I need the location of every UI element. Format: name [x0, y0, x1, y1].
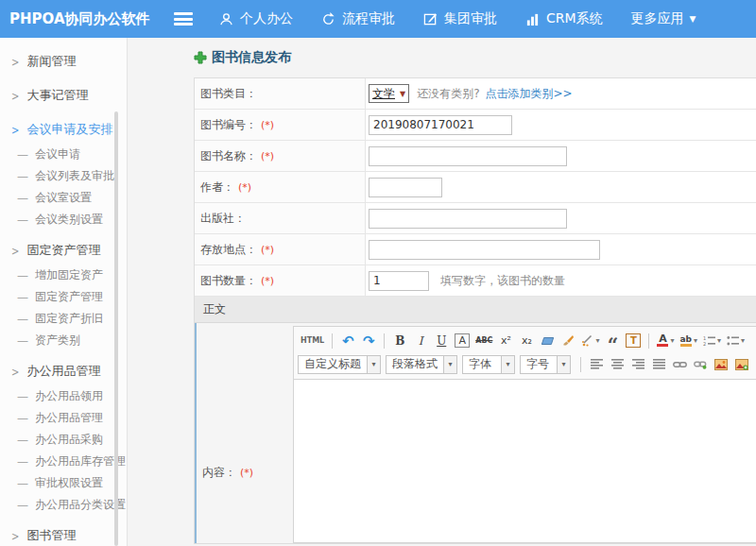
paste-text-button[interactable]: T	[626, 333, 641, 348]
paragraph-format-dropdown[interactable]: 段落格式▾	[386, 355, 457, 374]
caret-down-icon: ▾	[741, 336, 745, 345]
sidebar-item-meeting-apply[interactable]: —会议申请	[0, 144, 127, 165]
caret-down-icon: ▾	[367, 356, 380, 373]
source-code-button[interactable]: HTML	[301, 333, 324, 350]
sidebar-item-asset-category[interactable]: —资产类别	[0, 330, 127, 351]
ordered-list-button[interactable]: 12 ▾	[703, 333, 721, 350]
nav-label: 集团审批	[444, 10, 497, 27]
category-select[interactable]: 文学 ▼	[369, 84, 409, 103]
sidebar-item-supplies-inventory[interactable]: —办公用品库存管理	[0, 451, 127, 472]
editor-content-area[interactable]	[294, 380, 756, 542]
nav-crm-system[interactable]: CRM系统	[525, 10, 603, 27]
nav-workflow-approval[interactable]: 流程审批	[321, 10, 395, 27]
add-category-link[interactable]: 点击添加类别>>	[486, 86, 573, 102]
sidebar-item-add-asset[interactable]: —增加固定资产	[0, 264, 127, 286]
underline-button[interactable]: U	[434, 333, 449, 350]
sidebar-item-supplies-purchase[interactable]: —办公用品采购	[0, 429, 127, 451]
nav-more-apps[interactable]: 更多应用 ▼	[631, 10, 696, 27]
main-content: 图书信息发布 图书类目： 文学 ▼ 还没有类别? 点击添加类别>> 图书编号：(…	[128, 38, 756, 546]
publisher-input[interactable]	[369, 209, 567, 229]
sidebar-group-office-supplies[interactable]: >办公用品管理	[0, 357, 127, 385]
format-brush-icon[interactable]	[560, 333, 576, 350]
field-label: 存放地点：(*)	[195, 234, 365, 264]
sidebar-group-meetings[interactable]: >会议申请及安排	[0, 115, 127, 144]
sidebar-group-news[interactable]: >新闻管理	[0, 47, 127, 76]
caret-down-icon: ▾	[717, 336, 721, 345]
sidebar-group-events[interactable]: >大事记管理	[0, 81, 127, 110]
sidebar-item-supplies-claim[interactable]: —办公用品领用	[0, 385, 127, 407]
autotypeset-button[interactable]: A	[455, 333, 470, 348]
form-row-quantity: 图书数量：(*) 填写数字，该图书的数量	[195, 265, 756, 297]
bold-button[interactable]: B	[392, 333, 407, 350]
required-mark: (*)	[261, 244, 274, 256]
book-name-input[interactable]	[369, 146, 567, 166]
image-icon[interactable]	[713, 356, 729, 373]
caret-down-icon: ▾	[595, 336, 599, 345]
insert-image-icon[interactable]	[734, 356, 749, 373]
redo-icon[interactable]: ↷	[361, 333, 376, 350]
custom-title-dropdown[interactable]: 自定义标题▾	[298, 355, 381, 374]
align-justify-icon[interactable]	[651, 356, 666, 373]
cycle-icon	[321, 12, 335, 26]
sidebar-item-meeting-category[interactable]: —会议类别设置	[0, 209, 127, 230]
top-header: PHPOA协同办公软件 个人办公 流程审批 集团审批 CRM系统 更多应用 ▼	[0, 0, 756, 38]
field-label: 图书类目：	[195, 78, 365, 109]
caret-down-icon: ▼	[690, 14, 696, 24]
align-left-icon[interactable]	[589, 356, 604, 373]
sidebar-item-approval-permission[interactable]: —审批权限设置	[0, 472, 127, 494]
quantity-input[interactable]	[369, 271, 429, 291]
caret-down-icon: ▾	[694, 336, 697, 345]
chevron-right-icon: >	[11, 365, 19, 378]
font-size-dropdown[interactable]: 字号▾	[520, 355, 571, 374]
sidebar-group-books[interactable]: >图书管理	[0, 521, 127, 546]
nav-label: 个人办公	[240, 10, 293, 27]
blockquote-button[interactable]: “	[605, 333, 620, 350]
menu-toggle-icon[interactable]	[174, 12, 193, 26]
dash-icon: —	[17, 455, 28, 469]
superscript-button[interactable]: x²	[498, 333, 513, 350]
dash-icon: —	[17, 334, 28, 348]
sidebar-item-meeting-room[interactable]: —会议室设置	[0, 187, 127, 209]
dash-icon: —	[17, 213, 28, 227]
sidebar-item-asset-depreciation[interactable]: —固定资产折旧	[0, 308, 127, 330]
caret-down-icon: ▾	[670, 336, 674, 345]
undo-icon[interactable]: ↶	[340, 333, 355, 350]
align-center-icon[interactable]	[610, 356, 625, 373]
sidebar-group-fixed-assets[interactable]: >固定资产管理	[0, 236, 127, 264]
chevron-right-icon: >	[11, 529, 19, 542]
italic-button[interactable]: I	[413, 333, 428, 350]
link-icon[interactable]	[672, 356, 687, 373]
toolbar-row-2: 自定义标题▾ 段落格式▾ 字体▾ 字号▾	[298, 352, 752, 376]
unordered-list-button[interactable]: ▾	[727, 333, 745, 350]
toolbar-row-1: HTML ↶ ↷ B I U A ABC x² x₂	[298, 329, 752, 352]
sidebar-item-asset-manage[interactable]: —固定资产管理	[0, 286, 127, 308]
font-family-dropdown[interactable]: 字体▾	[462, 355, 515, 374]
location-input[interactable]	[369, 240, 600, 260]
highlight-color-button[interactable]: ab ▾	[679, 333, 697, 350]
nav-personal-office[interactable]: 个人办公	[219, 10, 293, 27]
strikethrough-button[interactable]: ABC	[475, 333, 492, 350]
required-mark: (*)	[240, 467, 253, 479]
spray-format-icon[interactable]: ▾	[581, 333, 599, 350]
align-right-icon[interactable]	[630, 356, 645, 373]
sidebar: >新闻管理 >大事记管理 >会议申请及安排 —会议申请 —会议列表及审批 —会议…	[0, 38, 128, 546]
sidebar-item-supplies-classification[interactable]: —办公用品分类设置	[0, 494, 127, 516]
font-color-button[interactable]: A ▾	[657, 333, 674, 350]
dash-icon: —	[17, 291, 28, 304]
book-no-input[interactable]	[369, 115, 512, 135]
subscript-button[interactable]: x₂	[519, 333, 534, 350]
eraser-icon[interactable]	[540, 333, 555, 350]
author-input[interactable]	[369, 178, 442, 197]
sidebar-scrollbar[interactable]	[114, 111, 118, 546]
nav-group-approval[interactable]: 集团审批	[423, 10, 497, 27]
field-label: 图书编号：(*)	[195, 110, 365, 140]
top-nav: 个人办公 流程审批 集团审批 CRM系统 更多应用 ▼	[219, 10, 725, 27]
chevron-right-icon: >	[11, 123, 19, 136]
sidebar-item-meeting-list[interactable]: —会议列表及审批	[0, 165, 127, 187]
anchor-icon[interactable]	[693, 356, 708, 373]
required-mark: (*)	[261, 150, 274, 162]
toolbar-separator	[648, 333, 649, 349]
sidebar-item-supplies-manage[interactable]: —办公用品管理	[0, 407, 127, 429]
form-row-book-no: 图书编号：(*)	[195, 110, 756, 141]
required-mark: (*)	[261, 275, 274, 287]
